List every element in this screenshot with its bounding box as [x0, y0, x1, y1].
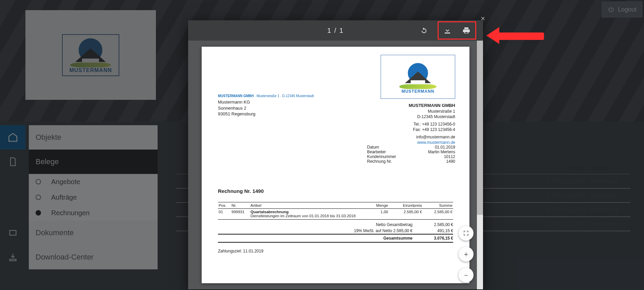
cell-menge: 1,00 — [365, 208, 389, 219]
gesamt-value: 3.076,15 € — [423, 236, 453, 241]
meta-editor-label: Bearbeiter — [367, 150, 386, 154]
meta-invno-label: Rechnung Nr. — [367, 159, 392, 164]
mwst-value: 491,15 € — [423, 228, 453, 233]
pdf-viewer-modal: × 1 / 1 ＋ － — [188, 20, 483, 289]
th-menge: Menge — [365, 202, 389, 208]
pdf-body: ＋ － MUSTERMANN MUSTERMANN GMBH . Musters… — [188, 41, 483, 289]
page-indicator: 1 / 1 — [327, 27, 344, 35]
print-icon — [462, 26, 470, 35]
th-summe: Summe — [423, 202, 453, 208]
rotate-icon — [420, 26, 428, 35]
th-nr: Nr. — [231, 202, 250, 208]
meta-editor-value: Martin Mertens — [428, 150, 455, 154]
doc-sender-rest: . Musterstraße 1 . D-12345 Musterstadt — [254, 94, 314, 98]
fit-page-button[interactable] — [459, 226, 474, 241]
cell-pos: 01 — [218, 208, 231, 219]
meta-invno-value: 1490 — [446, 159, 455, 164]
pdf-toolbar: 1 / 1 — [188, 20, 483, 41]
close-button[interactable]: × — [481, 14, 485, 23]
doc-logo-text: MUSTERMANN — [399, 89, 437, 94]
doc-title: Rechnung Nr. 1490 — [218, 188, 453, 194]
company-street: Musterstraße 1 — [409, 109, 455, 114]
annotation-highlight — [438, 21, 476, 40]
doc-company-block: MUSTERMANN GMBH Musterstraße 1 D-12345 M… — [409, 103, 455, 146]
meta-date-label: Datum — [367, 145, 379, 150]
zoom-in-button[interactable]: ＋ — [459, 247, 474, 262]
doc-logo: MUSTERMANN — [381, 55, 455, 99]
netto-value: 2.585,00 € — [423, 222, 453, 227]
meta-custno-value: 10112 — [444, 154, 455, 159]
pdf-scrollbar[interactable] — [477, 41, 483, 289]
cell-einzelpreis: 2.585,00 € — [389, 208, 423, 219]
zoom-out-button[interactable]: － — [459, 268, 474, 283]
doc-sender-company: MUSTERMANN GMBH — [218, 94, 254, 98]
company-email: info@mustermann.de — [409, 134, 455, 140]
th-einzelpreis: Einzelpreis — [389, 202, 423, 208]
print-button[interactable] — [459, 23, 474, 38]
th-artikel: Artikel — [250, 202, 365, 208]
fit-icon — [463, 230, 469, 236]
doc-meta: Datum01.01.2019 BearbeiterMartin Mertens… — [367, 145, 455, 164]
download-button[interactable] — [440, 23, 455, 38]
cell-summe: 2.585,00 € — [423, 208, 453, 219]
company-fax: Fax: +49 123 123456-4 — [409, 127, 455, 132]
item-row: 01 999931 Quartalsabrechnung Dienstleist… — [218, 208, 453, 219]
company-city: D-12345 Musterstadt — [409, 114, 455, 119]
cell-artikel-desc: Dienstleistungen im Zeitraum von 01.01.2… — [250, 214, 356, 218]
company-tel: Tel.: +49 123 123456-0 — [409, 121, 455, 127]
cell-artikel-title: Quartalsabrechnung — [250, 210, 288, 214]
gesamt-label: Gesamtsumme — [324, 236, 412, 241]
download-icon — [443, 26, 451, 35]
pdf-page: MUSTERMANN MUSTERMANN GMBH . Musterstraß… — [202, 47, 469, 283]
rotate-button[interactable] — [417, 23, 431, 38]
mwst-label: 19% MwSt. auf Netto 2.585,00 € — [324, 228, 412, 233]
doc-pay-term: Zahlungsziel: 11.01.2019 — [218, 249, 453, 253]
annotation-arrow — [486, 27, 544, 44]
pdf-zoom-controls: ＋ － — [459, 226, 474, 283]
doc-logo-mark — [402, 63, 434, 83]
doc-items-table: Pos. Nr. Artikel Menge Einzelpreis Summe… — [218, 202, 453, 220]
netto-label: Netto Gesamtbetrag — [324, 222, 412, 227]
meta-date-value: 01.01.2019 — [435, 145, 455, 150]
company-name: MUSTERMANN GMBH — [409, 103, 455, 109]
cell-nr: 999931 — [231, 208, 250, 219]
th-pos: Pos. — [218, 202, 231, 208]
meta-custno-label: Kundennummer — [367, 154, 396, 159]
doc-totals: Netto Gesamtbetrag 2.585,00 € 19% MwSt. … — [218, 222, 453, 243]
